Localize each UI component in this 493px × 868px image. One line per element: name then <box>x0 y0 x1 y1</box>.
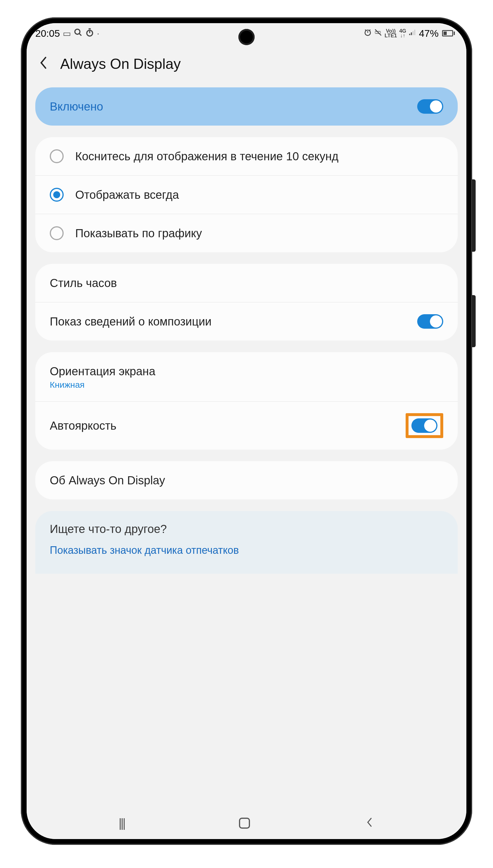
status-time: 20:05 <box>35 28 60 39</box>
music-info-label: Показ сведений о композиции <box>50 314 417 329</box>
music-info-row[interactable]: Показ сведений о композиции <box>35 302 458 341</box>
vibrate-icon <box>374 28 382 39</box>
svg-line-9 <box>375 29 381 35</box>
image-icon: ▭ <box>63 28 71 39</box>
svg-rect-10 <box>409 34 410 35</box>
header: Always On Display <box>27 43 466 87</box>
status-right: Vo)) LTE1 4G ↓↑ 47% <box>364 28 455 39</box>
radio-label: Отображать всегда <box>75 187 443 202</box>
dot-icon: · <box>97 28 99 38</box>
main-toggle-card[interactable]: Включено <box>35 87 458 126</box>
svg-line-1 <box>79 33 82 36</box>
content: Включено Коснитесь для отображения в теч… <box>27 87 466 574</box>
svg-rect-12 <box>412 31 414 35</box>
main-toggle-switch[interactable] <box>417 99 443 114</box>
search-icon <box>74 28 83 39</box>
nav-home-icon[interactable] <box>239 818 250 829</box>
display-mode-card: Коснитесь для отображения в течение 10 с… <box>35 137 458 252</box>
footer-link[interactable]: Показывать значок датчика отпечатков <box>50 544 443 557</box>
svg-line-8 <box>369 29 371 30</box>
battery-percent: 47% <box>419 28 438 39</box>
signal-icon <box>408 28 416 39</box>
orientation-value: Книжная <box>50 380 443 390</box>
network-icon: 4G ↓↑ <box>399 29 406 38</box>
clock-style-row[interactable]: Стиль часов <box>35 264 458 302</box>
back-icon[interactable] <box>35 52 51 76</box>
radio-option-tap-to-show[interactable]: Коснитесь для отображения в течение 10 с… <box>35 137 458 176</box>
alarm-icon <box>364 28 372 39</box>
stopwatch-icon <box>85 28 94 39</box>
nav-bar: ||| <box>27 807 466 839</box>
volte-icon: Vo)) LTE1 <box>385 29 397 38</box>
radio-icon <box>50 149 64 163</box>
clock-card: Стиль часов Показ сведений о композиции <box>35 264 458 341</box>
camera-notch <box>238 29 255 45</box>
screen: 20:05 ▭ · Vo)) LTE1 <box>27 23 466 839</box>
radio-option-always-show[interactable]: Отображать всегда <box>35 176 458 214</box>
svg-point-5 <box>365 30 371 35</box>
svg-point-0 <box>75 29 80 34</box>
screen-card: Ориентация экрана Книжная Автояркость <box>35 352 458 450</box>
status-left: 20:05 ▭ · <box>35 28 99 39</box>
orientation-row[interactable]: Ориентация экрана Книжная <box>35 352 458 402</box>
auto-brightness-toggle[interactable] <box>411 418 437 433</box>
highlight-box <box>406 413 443 438</box>
footer-card: Ищете что-то другое? Показывать значок д… <box>35 511 458 574</box>
page-title: Always On Display <box>60 56 181 72</box>
nav-back-icon[interactable] <box>365 816 374 830</box>
about-label: Об Always On Display <box>50 473 443 488</box>
battery-icon <box>441 30 455 37</box>
radio-label: Показывать по графику <box>75 226 443 241</box>
radio-icon <box>50 188 64 202</box>
phone-side-button <box>472 295 476 347</box>
auto-brightness-label: Автояркость <box>50 418 406 433</box>
phone-frame: 20:05 ▭ · Vo)) LTE1 <box>21 17 472 845</box>
svg-line-7 <box>365 29 366 30</box>
phone-side-button <box>472 179 476 252</box>
svg-rect-11 <box>411 32 412 35</box>
nav-recent-icon[interactable]: ||| <box>119 816 125 830</box>
main-toggle-label: Включено <box>50 99 417 114</box>
auto-brightness-row[interactable]: Автояркость <box>35 402 458 450</box>
about-card[interactable]: Об Always On Display <box>35 461 458 499</box>
radio-label: Коснитесь для отображения в течение 10 с… <box>75 149 443 164</box>
orientation-label: Ориентация экрана <box>50 364 443 379</box>
radio-icon <box>50 226 64 240</box>
music-info-toggle[interactable] <box>417 314 443 329</box>
svg-rect-13 <box>414 29 415 35</box>
clock-style-label: Стиль часов <box>50 276 443 290</box>
radio-option-schedule[interactable]: Показывать по графику <box>35 214 458 252</box>
footer-title: Ищете что-то другое? <box>50 523 443 536</box>
